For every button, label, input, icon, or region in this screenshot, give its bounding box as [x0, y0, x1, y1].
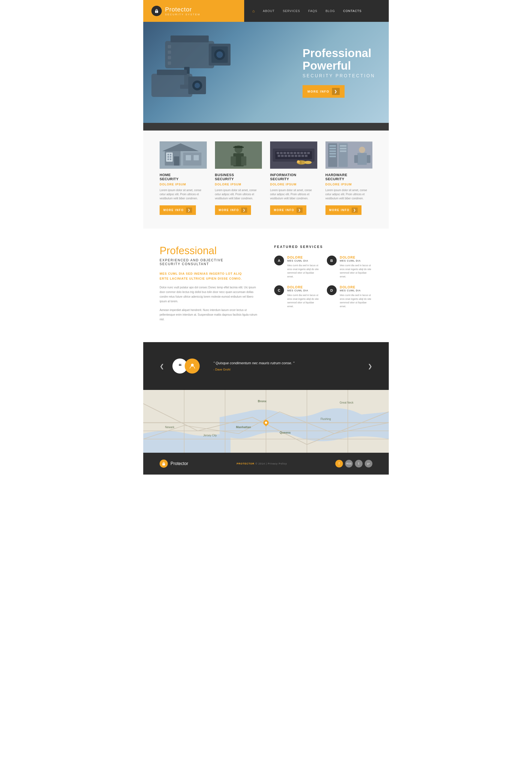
svg-text:Jersey City: Jersey City	[203, 434, 217, 437]
featured-content-c: DOLORE MES CUML DIA Mes cumt dia sed in …	[287, 285, 320, 308]
service-card-info: INFORMATIONSECURITY DOLORE IPSUM Lorem i…	[270, 142, 317, 215]
social-googleplus-button[interactable]: g+	[365, 460, 372, 467]
svg-rect-28	[170, 154, 171, 155]
svg-rect-70	[329, 150, 336, 152]
service-img-home	[160, 142, 207, 169]
hero-btn-arrow-icon: ❯	[332, 88, 340, 95]
svg-rect-72	[329, 156, 336, 157]
svg-rect-48	[293, 152, 296, 154]
logo-text: Protector SECURITY SYSTEM	[165, 6, 200, 16]
social-twitter-button[interactable]: t	[355, 460, 363, 467]
home-nav-icon[interactable]: ⌂	[252, 9, 254, 13]
svg-rect-22	[174, 156, 179, 166]
svg-rect-26	[166, 152, 173, 162]
hero-section: Professional Powerful SECURITY PROTECTIO…	[143, 22, 389, 123]
svg-point-65	[297, 160, 300, 163]
nav-blog[interactable]: BLOG	[326, 9, 335, 13]
svg-rect-50	[300, 152, 303, 154]
svg-rect-67	[328, 144, 337, 167]
service-img-info	[270, 142, 317, 169]
svg-rect-53	[278, 155, 281, 157]
svg-rect-37	[241, 156, 246, 166]
footer-copyright: PROTECTOR © 2014 | Privacy Policy	[237, 462, 287, 465]
social-rss-button[interactable]: RSS	[345, 460, 353, 467]
social-facebook-button[interactable]: f	[335, 460, 343, 467]
footer-lock-icon	[160, 459, 168, 468]
featured-sub-b: MES CUML DIA	[340, 260, 373, 262]
service-info-desc: Lorem ipsum dolor sit amet, conse cetur …	[270, 188, 317, 201]
hero-more-info-button[interactable]: MORE INFO ❯	[302, 85, 345, 98]
svg-rect-68	[329, 145, 336, 147]
svg-rect-61	[305, 155, 307, 157]
professional-body2: Aenean imperdiet aliquet hendrerit. Nunc…	[160, 308, 258, 322]
more-info-arrow-icon-2: ❯	[241, 207, 247, 213]
professional-right: FEATURED SERVICES A DOLORE MES CUML DIA …	[274, 245, 372, 326]
services-grid: HOMESECURITY DOLORE IPSUM Lorem ipsum do…	[160, 142, 372, 215]
svg-rect-14	[151, 74, 192, 97]
nav-contacts[interactable]: CONTACTS	[343, 9, 362, 13]
svg-rect-44	[280, 152, 283, 154]
testimonial-content: " Quisque condimentum nec mauris rutrum …	[208, 361, 359, 371]
svg-point-7	[216, 51, 223, 58]
service-business-desc: Lorem ipsum dolor sit amet, conse cetur …	[215, 188, 262, 201]
service-info-more-info-button[interactable]: MORE INFO ❯	[270, 205, 306, 215]
svg-rect-45	[284, 152, 286, 154]
svg-rect-60	[301, 155, 304, 157]
svg-rect-49	[297, 152, 300, 154]
header: Protector SECURITY SYSTEM ⌂ ABOUT SERVIC…	[143, 0, 389, 22]
featured-desc-a: Mes cumt dia sed in lacus ut eros onat i…	[287, 264, 320, 278]
svg-rect-57	[292, 155, 294, 157]
svg-rect-25	[194, 155, 199, 160]
svg-rect-9	[168, 50, 171, 54]
more-info-arrow-icon: ❯	[186, 207, 192, 213]
nav-faqs[interactable]: FAQS	[308, 9, 317, 13]
svg-rect-76	[340, 150, 346, 152]
nav-services[interactable]: SERVICES	[283, 9, 300, 13]
testimonial-text: " Quisque condimentum nec mauris rutrum …	[213, 361, 354, 365]
service-img-hardware	[326, 142, 373, 169]
testimonial-prev-button[interactable]: ❮	[160, 363, 164, 370]
svg-rect-59	[298, 155, 301, 157]
svg-point-63	[304, 161, 312, 164]
featured-services-title: FEATURED SERVICES	[274, 245, 372, 249]
featured-title-d: DOLORE	[340, 285, 373, 289]
service-home-more-info-button[interactable]: MORE INFO ❯	[160, 205, 196, 215]
professional-highlight: MES CUML DIA SED INENIAS INGERTO LOT ALI…	[160, 271, 258, 281]
svg-rect-31	[168, 158, 169, 160]
professional-subtitle: EXPERIENCED AND OBJECTIVESECURITY CONSUL…	[160, 258, 258, 266]
featured-desc-d: Mes cumt dia sed in lacus ut eros onat i…	[340, 294, 373, 308]
testimonial-person-icon	[185, 359, 200, 374]
service-card-business: BUSINESSSECURITY DOLORE IPSUM Lorem ipsu…	[215, 142, 262, 215]
svg-text:Great Neck: Great Neck	[340, 401, 354, 404]
footer-logo-text: Protector	[171, 461, 188, 466]
main-nav: ⌂ ABOUT SERVICES FAQS BLOG CONTACTS	[244, 0, 389, 22]
footer-social-links: f RSS t g+	[335, 460, 372, 467]
svg-text:Manhattan: Manhattan	[236, 426, 251, 429]
service-hardware-more-info-button[interactable]: MORE INFO ❯	[326, 205, 362, 215]
testimonial-author: - Dave Grohl	[213, 368, 354, 371]
hero-subtitle: SECURITY PROTECTION	[302, 74, 375, 78]
service-info-orange-label: DOLORE IPSUM	[270, 183, 317, 186]
featured-title-b: DOLORE	[340, 256, 373, 260]
svg-text:Bronx: Bronx	[258, 399, 267, 403]
svg-rect-39	[233, 146, 243, 148]
svg-rect-10	[168, 56, 171, 59]
svg-rect-64	[300, 160, 301, 164]
featured-item-c: C DOLORE MES CUML DIA Mes cumt dia sed i…	[274, 285, 320, 308]
featured-desc-b: Mes cumt dia sed in lacus ut eros onat i…	[340, 264, 373, 278]
featured-sub-c: MES CUML DIA	[287, 289, 320, 292]
featured-badge-a: A	[274, 256, 284, 265]
nav-about[interactable]: ABOUT	[263, 9, 275, 13]
hero-camera-image	[143, 22, 278, 123]
svg-point-1	[156, 12, 157, 12]
svg-rect-11	[168, 61, 171, 65]
svg-rect-36	[231, 156, 236, 166]
testimonial-next-button[interactable]: ❯	[368, 363, 372, 370]
service-info-title: INFORMATIONSECURITY	[270, 173, 317, 181]
svg-rect-80	[367, 155, 370, 163]
featured-content-d: DOLORE MES CUML DIA Mes cumt dia sed in …	[340, 285, 373, 308]
service-business-more-info-button[interactable]: MORE INFO ❯	[215, 205, 251, 215]
svg-point-77	[359, 146, 365, 153]
svg-rect-71	[329, 153, 336, 154]
svg-text:Queens: Queens	[280, 431, 291, 434]
